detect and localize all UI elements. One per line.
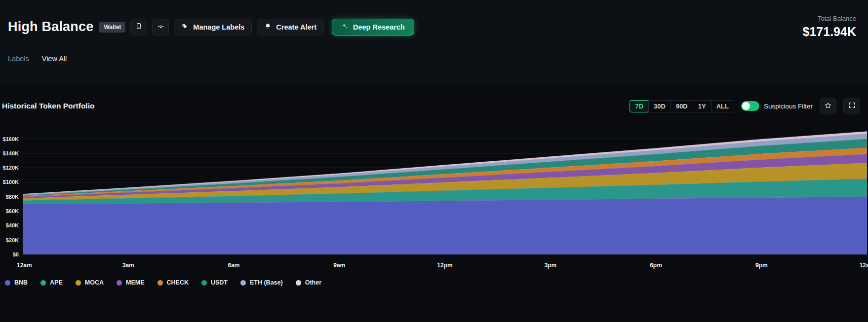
range-button-7d[interactable]: 7D [630,100,649,112]
expand-icon [848,102,856,110]
deep-research-label: Deep Research [353,23,405,31]
legend-dot [201,280,207,286]
create-alert-button[interactable]: Create Alert [257,19,324,36]
fullscreen-button[interactable] [843,98,860,114]
portfolio-stacked-area-chart[interactable]: $0$20K$40K$60K$80K$100K$120K$140K$160K12… [0,123,868,272]
total-balance-label: Total Balance [803,15,856,22]
header: High Balance Wallet Manage Labels Create… [0,0,868,84]
legend-item-other[interactable]: Other [296,279,321,286]
manage-labels-button[interactable]: Manage Labels [174,19,252,36]
page-title: High Balance [8,19,93,35]
clipboard-button[interactable] [130,19,147,36]
svg-text:$40K: $40K [6,222,19,228]
legend-dot [240,280,246,286]
svg-text:$20K: $20K [6,237,19,243]
legend-label: ETH (Base) [250,279,283,286]
deep-research-button[interactable]: Deep Research [332,19,414,36]
legend-label: MEME [126,279,145,286]
labels-heading: Labels [8,55,29,63]
bell-icon [264,23,272,32]
chart-area[interactable]: $0$20K$40K$60K$80K$100K$120K$140K$160K12… [0,123,868,274]
legend-item-bnb[interactable]: BNB [5,279,28,286]
legend-item-usdt[interactable]: USDT [201,279,228,286]
svg-text:12pm: 12pm [437,262,452,269]
panel-header: Historical Token Portfolio 7D30D90D1YALL… [0,92,868,114]
svg-text:3am: 3am [122,262,134,269]
svg-text:12am: 12am [17,262,32,269]
total-balance-value: $171.94K [803,25,856,39]
legend-label: MOCA [85,279,104,286]
svg-text:$80K: $80K [6,194,19,200]
legend-item-ape[interactable]: APE [40,279,63,286]
clipboard-icon [135,22,143,32]
svg-text:$120K: $120K [3,165,19,171]
svg-text:$100K: $100K [3,179,19,185]
svg-text:9am: 9am [333,262,345,269]
range-button-30d[interactable]: 30D [648,101,671,112]
favorite-button[interactable] [820,98,836,114]
range-button-all[interactable]: ALL [711,101,734,112]
chart-controls: 7D30D90D1YALL Suspicious Filter [630,98,860,114]
svg-text:$60K: $60K [6,208,19,214]
manage-labels-label: Manage Labels [193,23,244,31]
eye-icon [157,22,165,32]
portfolio-panel: Historical Token Portfolio 7D30D90D1YALL… [0,84,868,286]
svg-text:$140K: $140K [3,150,19,156]
create-alert-label: Create Alert [276,23,316,31]
range-button-90d[interactable]: 90D [671,101,693,112]
legend-dot [5,280,10,286]
sparkles-icon [341,23,349,32]
legend-dot [76,280,81,286]
legend-label: Other [305,279,321,286]
total-balance-block: Total Balance $171.94K [803,15,856,39]
legend-item-meme[interactable]: MEME [117,279,145,286]
legend-item-check[interactable]: CHECK [158,279,189,286]
toggle-track [741,101,759,111]
tag-icon [181,23,189,32]
legend-item-eth-base-[interactable]: ETH (Base) [240,279,283,286]
legend-dot [158,280,163,286]
toggle-knob [742,102,750,110]
svg-text:9pm: 9pm [755,262,768,269]
labels-row: Labels View All [8,55,856,63]
legend-item-moca[interactable]: MOCA [76,279,104,286]
svg-text:6am: 6am [228,262,239,269]
legend-label: APE [50,279,63,286]
svg-text:3pm: 3pm [544,262,556,269]
chart-legend: BNBAPEMOCAMEMECHECKUSDTETH (Base)Other [0,274,868,286]
legend-dot [117,280,122,286]
range-group: 7D30D90D1YALL [630,100,734,112]
suspicious-filter-toggle[interactable]: Suspicious Filter [741,101,813,111]
suspicious-filter-label: Suspicious Filter [764,103,813,110]
legend-label: USDT [211,279,228,286]
legend-label: BNB [14,279,28,286]
chart-title: Historical Token Portfolio [2,102,94,110]
watch-button[interactable] [152,19,169,36]
svg-text:$160K: $160K [3,136,19,142]
legend-label: CHECK [167,279,189,286]
wallet-badge: Wallet [99,22,125,33]
svg-text:12am: 12am [860,262,868,269]
range-button-1y[interactable]: 1Y [693,101,711,112]
svg-text:$0: $0 [13,251,19,257]
header-top-row: High Balance Wallet Manage Labels Create… [8,15,856,39]
svg-text:6pm: 6pm [650,262,662,269]
legend-dot [40,280,46,286]
legend-dot [296,280,301,286]
star-icon [824,102,832,111]
view-all-link[interactable]: View All [42,55,67,63]
